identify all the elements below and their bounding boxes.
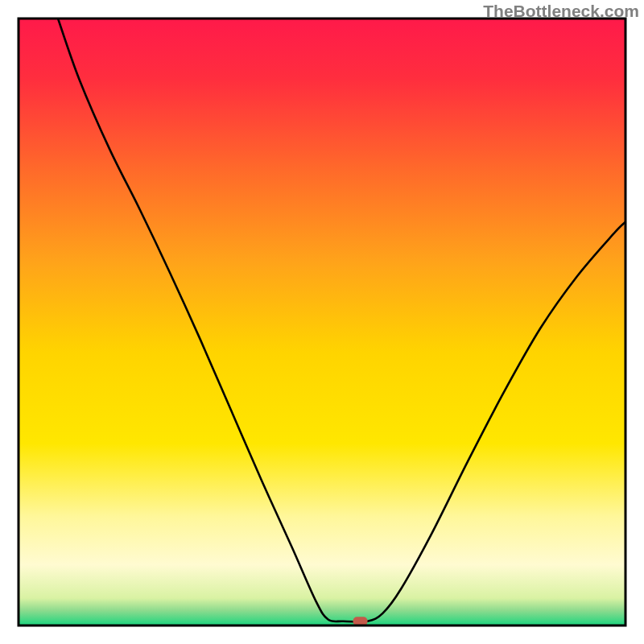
chart-container: TheBottleneck.com xyxy=(0,0,644,644)
bottleneck-chart xyxy=(0,0,644,644)
gradient-background xyxy=(19,19,625,625)
watermark-text: TheBottleneck.com xyxy=(483,2,639,21)
